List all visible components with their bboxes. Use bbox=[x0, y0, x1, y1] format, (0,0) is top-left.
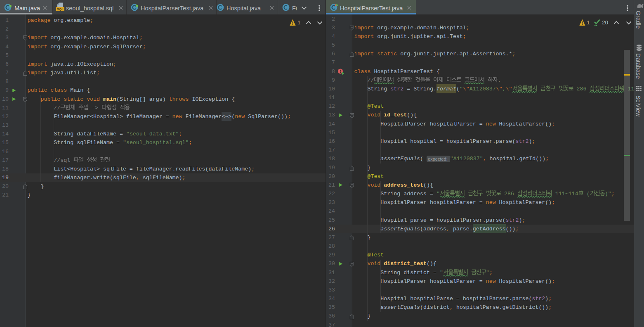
svg-text:SQL: SQL bbox=[57, 7, 64, 11]
